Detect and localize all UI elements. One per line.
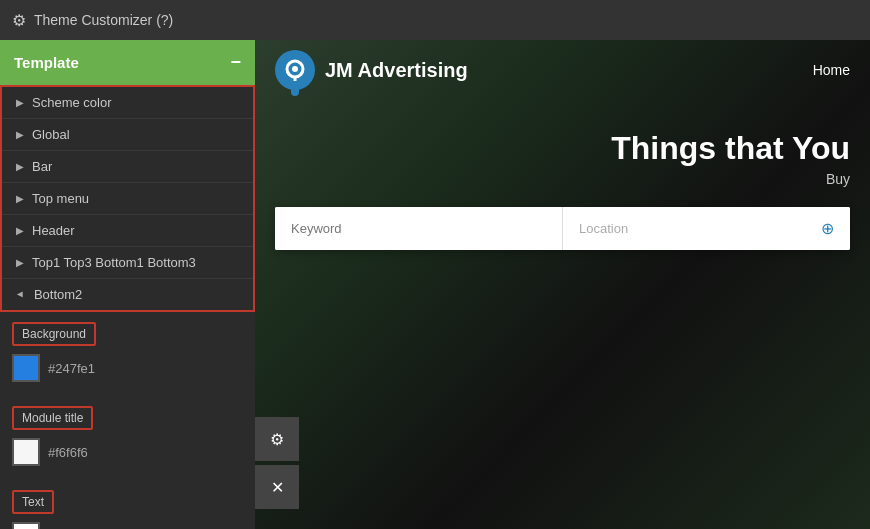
logo-icon — [275, 50, 315, 90]
content-area: JM Advertising Home Things that You Buy … — [255, 40, 870, 529]
nav-left: JM Advertising — [275, 50, 468, 90]
settings-float-button[interactable]: ⚙ — [255, 417, 299, 461]
background-color-value: #247fe1 — [48, 361, 95, 376]
content-nav: JM Advertising Home — [255, 40, 870, 100]
template-header[interactable]: Template − — [0, 40, 255, 85]
sidebar-item-global[interactable]: ▶ Global — [2, 119, 253, 151]
nav-menu-home[interactable]: Home — [813, 62, 850, 78]
sidebar-item-label: Top1 Top3 Bottom1 Bottom3 — [32, 255, 196, 270]
text-color-swatch[interactable] — [12, 522, 40, 529]
sidebar-item-label: Scheme color — [32, 95, 111, 110]
sidebar-menu: ▶ Scheme color ▶ Global ▶ Bar ▶ Top menu… — [0, 85, 255, 312]
sidebar-item-bar[interactable]: ▶ Bar — [2, 151, 253, 183]
background-section: Background #247fe1 — [0, 312, 255, 396]
hero-subtitle: Buy — [275, 171, 850, 187]
svg-point-1 — [292, 66, 298, 72]
sidebar-item-top-menu[interactable]: ▶ Top menu — [2, 183, 253, 215]
template-label: Template — [14, 54, 79, 71]
text-label: Text — [12, 490, 54, 514]
sidebar-item-label: Bar — [32, 159, 52, 174]
sidebar-item-label: Global — [32, 127, 70, 142]
search-location-field[interactable]: Location ⊕ — [563, 207, 850, 250]
sidebar-item-bottom2[interactable]: ▼ Bottom2 — [2, 279, 253, 310]
background-color-row: #247fe1 — [12, 354, 243, 382]
chevron-icon: ▶ — [16, 161, 24, 172]
main-layout: Template − ▶ Scheme color ▶ Global ▶ Bar… — [0, 40, 870, 529]
module-title-color-value: #f6f6f6 — [48, 445, 88, 460]
chevron-icon: ▶ — [16, 97, 24, 108]
text-color-row: #ffffff — [12, 522, 243, 529]
sidebar-item-scheme-color[interactable]: ▶ Scheme color — [2, 87, 253, 119]
background-label: Background — [12, 322, 96, 346]
sidebar-item-label: Top menu — [32, 191, 89, 206]
gear-icon: ⚙ — [12, 11, 26, 30]
svg-rect-2 — [294, 77, 297, 81]
module-title-section: Module title #f6f6f6 — [0, 396, 255, 480]
sidebar-item-label: Bottom2 — [34, 287, 82, 302]
sidebar: Template − ▶ Scheme color ▶ Global ▶ Bar… — [0, 40, 255, 529]
collapse-icon[interactable]: − — [230, 52, 241, 73]
top-bar: ⚙ Theme Customizer (?) — [0, 0, 870, 40]
chevron-icon: ▶ — [16, 193, 24, 204]
chevron-icon: ▶ — [16, 257, 24, 268]
module-title-color-row: #f6f6f6 — [12, 438, 243, 466]
close-float-button[interactable]: ✕ — [255, 465, 299, 509]
sidebar-item-top1-bottom3[interactable]: ▶ Top1 Top3 Bottom1 Bottom3 — [2, 247, 253, 279]
text-section: Text #ffffff — [0, 480, 255, 529]
hero-title: Things that You — [275, 130, 850, 167]
sidebar-item-header[interactable]: ▶ Header — [2, 215, 253, 247]
hero-section: Things that You Buy — [255, 100, 870, 197]
location-icon: ⊕ — [821, 219, 834, 238]
sidebar-item-label: Header — [32, 223, 75, 238]
background-color-swatch[interactable] — [12, 354, 40, 382]
chevron-icon: ▶ — [16, 129, 24, 140]
top-bar-title: Theme Customizer (?) — [34, 12, 173, 28]
search-location-placeholder: Location — [579, 221, 628, 236]
module-title-color-swatch[interactable] — [12, 438, 40, 466]
search-bar: Location ⊕ — [275, 207, 850, 250]
search-keyword-input[interactable] — [275, 207, 562, 250]
chevron-icon: ▶ — [16, 225, 24, 236]
module-title-label: Module title — [12, 406, 93, 430]
floating-buttons: ⚙ ✕ — [255, 417, 299, 509]
chevron-icon: ▼ — [15, 290, 26, 300]
site-title: JM Advertising — [325, 59, 468, 82]
